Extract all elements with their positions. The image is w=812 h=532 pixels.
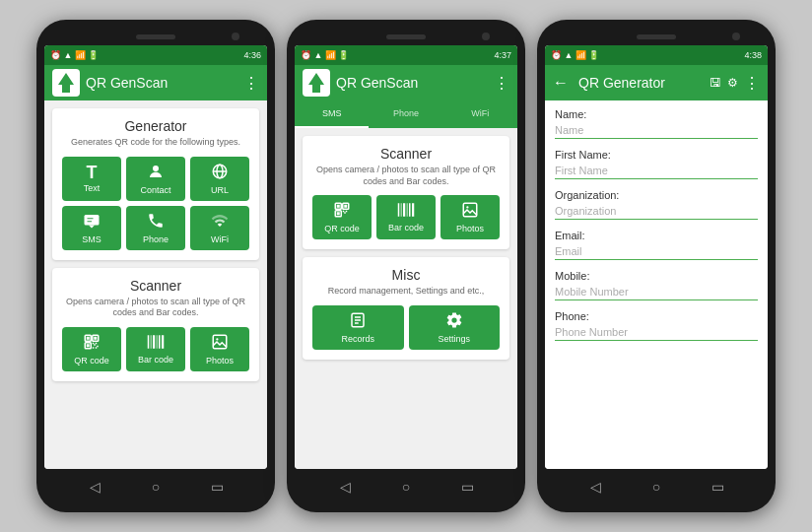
btn-barcode-label-1: Bar code (138, 355, 173, 365)
svg-rect-37 (344, 213, 346, 215)
tab-phone[interactable]: Phone (369, 100, 442, 128)
status-icons-2: ⏰ ▲ 📶 🔋 (301, 50, 349, 60)
svg-rect-17 (97, 346, 99, 348)
field-name: Name: Name (555, 108, 758, 139)
sms-icon (83, 212, 101, 233)
svg-rect-36 (346, 211, 348, 213)
svg-rect-21 (151, 335, 152, 349)
phone-1: ⏰ ▲ 📶 🔋 4:36 QR GenScan ⋮ Generator Gene… (36, 20, 275, 512)
label-firstname: First Name: (555, 149, 758, 161)
scanner-card-2: Scanner Opens camera / photos to scan al… (303, 136, 509, 249)
btn-url[interactable]: URL (190, 157, 249, 201)
wifi-icon (211, 212, 229, 233)
back-btn-1[interactable]: ◁ (87, 479, 102, 495)
menu-icon-2[interactable]: ⋮ (494, 74, 509, 93)
btn-sms-label: SMS (82, 234, 102, 244)
btn-records-label: Records (341, 334, 374, 344)
menu-icon-1[interactable]: ⋮ (243, 74, 259, 93)
records-icon (349, 311, 367, 332)
form-content-3: Name: Name First Name: First Name Organi… (545, 100, 768, 469)
btn-barcode-2[interactable]: Bar code (376, 195, 436, 239)
barcode-icon-1 (147, 334, 165, 353)
save-icon-3[interactable]: 🖫 (710, 76, 721, 90)
svg-rect-11 (94, 337, 97, 340)
input-firstname[interactable]: First Name (555, 163, 758, 179)
scanner-title-1: Scanner (62, 278, 249, 294)
home-btn-3[interactable]: ○ (648, 479, 664, 495)
input-email[interactable]: Email (555, 243, 758, 260)
app-bar-1: QR GenScan ⋮ (44, 65, 267, 100)
recent-btn-3[interactable]: ▭ (710, 479, 725, 495)
recent-btn-1[interactable]: ▭ (209, 479, 225, 495)
btn-barcode-label-2: Bar code (388, 223, 424, 233)
btn-settings[interactable]: Settings (409, 305, 501, 350)
scanner-card-1: Scanner Opens camera / photos to scan al… (52, 268, 259, 381)
recent-btn-2[interactable]: ▭ (459, 479, 475, 495)
svg-rect-20 (148, 335, 150, 349)
btn-text[interactable]: T Text (62, 157, 121, 201)
btn-qr-label-1: QR code (74, 356, 109, 366)
input-name[interactable]: Name (555, 122, 758, 139)
generator-btn-grid: T Text Contact (62, 157, 249, 250)
btn-qr-2[interactable]: QR code (312, 195, 372, 239)
input-org[interactable]: Organization (555, 203, 758, 220)
time-2: 4:37 (494, 50, 511, 60)
btn-wifi[interactable]: WiFi (190, 206, 249, 250)
barcode-icon-2 (397, 202, 415, 221)
svg-marker-0 (58, 73, 74, 93)
input-mobile[interactable]: Mobile Number (555, 284, 758, 300)
btn-records[interactable]: Records (312, 305, 404, 350)
app-title-3: QR Generator (578, 75, 704, 91)
btn-contact[interactable]: Contact (126, 157, 185, 201)
misc-btn-grid: Records Settings (312, 305, 500, 350)
back-btn-3[interactable]: ◁ (587, 479, 603, 495)
back-btn-2[interactable]: ◁ (337, 479, 353, 495)
status-icons-3: ⏰ ▲ 📶 🔋 (551, 50, 599, 60)
btn-qr-1[interactable]: QR code (62, 327, 121, 371)
svg-rect-25 (162, 335, 164, 349)
svg-rect-14 (93, 343, 95, 345)
app-bar-3: ← QR Generator 🖫 ⚙ ⋮ (545, 65, 768, 100)
svg-rect-35 (343, 211, 345, 213)
phone-top-bar-1 (44, 28, 267, 45)
label-org: Organization: (555, 189, 758, 201)
phone-bottom-1: ◁ ○ ▭ (44, 469, 267, 504)
svg-rect-34 (337, 213, 340, 216)
svg-rect-18 (93, 347, 95, 349)
gear-icon-3[interactable]: ⚙ (727, 76, 738, 90)
scanner-title-2: Scanner (312, 146, 500, 162)
btn-photos-1[interactable]: Photos (190, 327, 249, 371)
field-phone: Phone: Phone Number (555, 310, 758, 341)
scanner-btn-grid-1: QR code Bar code (62, 327, 249, 371)
btn-sms[interactable]: SMS (62, 206, 121, 250)
tabs-bar-2: SMS Phone WiFi (295, 100, 517, 128)
home-btn-2[interactable]: ○ (398, 479, 414, 495)
settings-icon (445, 311, 463, 332)
phone-top-bar-2 (295, 28, 517, 45)
misc-subtitle: Record management, Settings and etc., (312, 286, 500, 298)
generator-title: Generator (62, 118, 249, 134)
label-mobile: Mobile: (555, 270, 758, 282)
app-title-1: QR GenScan (86, 75, 237, 91)
btn-photos-2[interactable]: Photos (440, 195, 500, 239)
btn-phone[interactable]: Phone (126, 206, 185, 250)
screen-3: ⏰ ▲ 📶 🔋 4:38 ← QR Generator 🖫 ⚙ ⋮ Name: … (545, 45, 768, 469)
time-1: 4:36 (243, 50, 261, 60)
phone-bottom-3: ◁ ○ ▭ (545, 469, 768, 504)
qr-icon-1 (83, 333, 101, 354)
svg-point-45 (466, 207, 468, 209)
svg-rect-32 (344, 205, 347, 208)
phone-3: ⏰ ▲ 📶 🔋 4:38 ← QR Generator 🖫 ⚙ ⋮ Name: … (537, 20, 776, 512)
back-arrow-3[interactable]: ← (553, 74, 569, 92)
tab-wifi[interactable]: WiFi (443, 100, 517, 128)
btn-barcode-1[interactable]: Bar code (126, 327, 185, 371)
scanner-subtitle-1: Opens camera / photos to scan all type o… (62, 297, 249, 319)
camera-1 (232, 33, 239, 40)
camera-3 (732, 33, 740, 40)
menu-icon-3[interactable]: ⋮ (744, 74, 760, 93)
label-name: Name: (555, 108, 758, 120)
home-btn-1[interactable]: ○ (148, 479, 164, 495)
phone-bottom-2: ◁ ○ ▭ (295, 469, 517, 504)
input-phone[interactable]: Phone Number (555, 324, 758, 341)
tab-sms[interactable]: SMS (295, 100, 369, 128)
